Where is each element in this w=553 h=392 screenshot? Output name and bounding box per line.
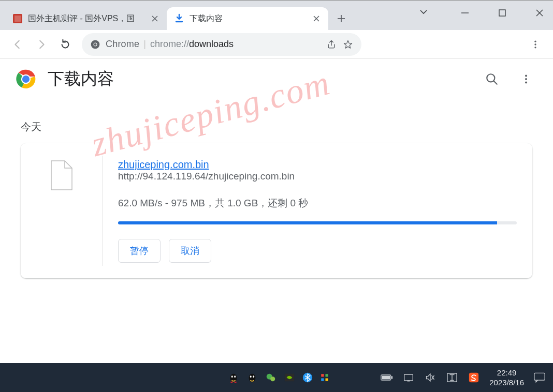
taskbar-date: 2023/8/16 xyxy=(489,378,524,388)
tab-1-close-icon[interactable] xyxy=(150,14,159,23)
qq-icon-2[interactable] xyxy=(246,372,258,383)
address-bar[interactable]: Chrome | chrome://downloads xyxy=(82,33,361,56)
sogou-icon[interactable] xyxy=(468,371,480,384)
svg-rect-44 xyxy=(404,374,413,381)
download-card: zhujiceping.com.bin http://94.124.119.64… xyxy=(21,143,532,278)
svg-rect-10 xyxy=(499,10,505,16)
bluetooth-icon[interactable] xyxy=(302,372,313,383)
svg-rect-45 xyxy=(408,381,410,382)
section-today: 今天 xyxy=(0,99,553,143)
svg-point-34 xyxy=(270,376,275,381)
reload-button[interactable] xyxy=(55,34,76,55)
taskbar-clock[interactable]: 22:49 2023/8/16 xyxy=(489,368,524,388)
svg-rect-40 xyxy=(326,379,328,381)
new-tab-button[interactable] xyxy=(332,10,350,27)
svg-point-17 xyxy=(534,43,536,45)
tabs-dropdown-icon[interactable] xyxy=(418,7,429,17)
maximize-button[interactable] xyxy=(493,4,512,22)
tab-strip: 国外主机测评 - 国外VPS，国 下载内容 xyxy=(0,0,553,30)
qq-icon[interactable] xyxy=(228,372,239,383)
svg-point-25 xyxy=(525,78,527,80)
file-thumbnail xyxy=(21,156,103,266)
window-controls xyxy=(456,4,549,22)
tab-1-title: 国外主机测评 - 国外VPS，国 xyxy=(28,13,146,24)
chrome-logo-icon xyxy=(16,69,36,89)
svg-point-18 xyxy=(534,47,536,48)
svg-rect-1 xyxy=(14,16,21,22)
windows-taskbar: 22:49 2023/8/16 xyxy=(0,363,553,392)
network-icon[interactable] xyxy=(402,371,415,384)
browser-menu-icon[interactable] xyxy=(525,34,546,55)
page-title: 下载内容 xyxy=(48,68,114,91)
download-progress-bar xyxy=(118,221,497,224)
bookmark-icon[interactable] xyxy=(343,39,353,50)
pause-button[interactable]: 暂停 xyxy=(118,239,161,263)
browser-toolbar: Chrome | chrome://downloads xyxy=(0,30,553,59)
downloads-header: 下载内容 xyxy=(0,59,553,99)
minimize-button[interactable] xyxy=(456,4,474,22)
ime-icon[interactable] xyxy=(446,371,458,384)
svg-point-15 xyxy=(94,43,97,46)
notification-icon[interactable] xyxy=(533,371,546,384)
svg-rect-43 xyxy=(382,376,390,380)
svg-point-28 xyxy=(231,375,233,378)
svg-line-23 xyxy=(493,81,497,84)
svg-point-24 xyxy=(525,74,527,77)
svg-rect-38 xyxy=(326,374,328,376)
download-icon xyxy=(174,13,184,24)
svg-rect-37 xyxy=(321,374,324,376)
svg-rect-53 xyxy=(534,373,545,380)
svg-point-21 xyxy=(22,75,30,82)
svg-point-29 xyxy=(234,375,236,378)
taskbar-time: 22:49 xyxy=(489,368,524,378)
svg-point-31 xyxy=(250,375,252,378)
cancel-button[interactable]: 取消 xyxy=(169,239,211,263)
nvidia-icon[interactable] xyxy=(284,372,295,383)
tray-app-icon[interactable] xyxy=(320,373,329,382)
svg-point-16 xyxy=(534,40,536,42)
download-filename[interactable]: zhujiceping.com.bin xyxy=(118,159,209,170)
omnibox-chrome-label: Chrome xyxy=(106,39,139,50)
svg-rect-39 xyxy=(321,379,324,381)
search-button[interactable] xyxy=(481,68,503,91)
download-url: http://94.124.119.64/zhujiceping.com.bin xyxy=(118,171,517,182)
back-button[interactable] xyxy=(7,34,28,55)
system-tray: 22:49 2023/8/16 xyxy=(381,363,553,392)
tab-2-title: 下载内容 xyxy=(190,13,308,24)
chrome-page-icon xyxy=(90,39,100,50)
download-progress xyxy=(118,221,517,224)
volume-icon[interactable] xyxy=(424,371,436,384)
downloads-menu-icon[interactable] xyxy=(515,68,537,91)
download-status: 62.0 MB/s - 975 MB，共 1.0 GB，还剩 0 秒 xyxy=(118,197,517,210)
omnibox-url-host: downloads xyxy=(189,39,234,49)
tab-2-close-icon[interactable] xyxy=(312,14,321,23)
svg-rect-42 xyxy=(391,376,393,379)
omnibox-url-scheme: chrome:// xyxy=(150,39,189,49)
svg-point-26 xyxy=(525,81,527,83)
wechat-icon[interactable] xyxy=(265,372,276,383)
share-icon[interactable] xyxy=(326,39,337,50)
tab-1[interactable]: 国外主机测评 - 国外VPS，国 xyxy=(5,7,167,30)
battery-icon[interactable] xyxy=(381,371,393,384)
tab-1-favicon xyxy=(12,13,23,24)
forward-button[interactable] xyxy=(31,34,52,55)
taskbar-apps xyxy=(228,372,329,383)
file-icon xyxy=(49,160,74,191)
omnibox-text: Chrome | chrome://downloads xyxy=(106,39,321,50)
tab-2-active[interactable]: 下载内容 xyxy=(167,7,328,30)
close-window-button[interactable] xyxy=(530,4,549,22)
svg-point-32 xyxy=(253,375,254,378)
